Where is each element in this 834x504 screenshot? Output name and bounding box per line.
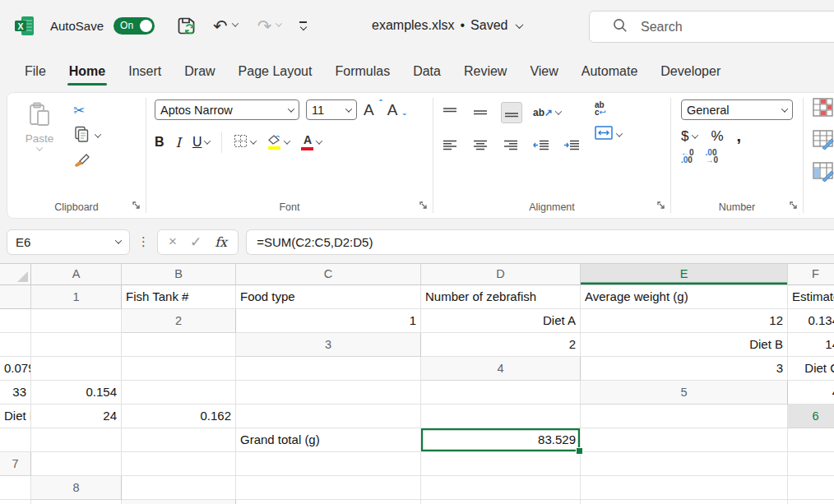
cell-F3[interactable] [122, 357, 236, 381]
italic-button[interactable]: I [176, 135, 181, 150]
bold-button[interactable]: B [155, 135, 164, 150]
cell-styles-icon[interactable] [812, 160, 834, 186]
font-color-button[interactable]: A [301, 134, 322, 150]
decrease-font-size-button[interactable]: Aˇ [387, 101, 405, 119]
tab-data[interactable]: Data [401, 58, 452, 86]
alignment-dialog-launcher-icon[interactable] [656, 201, 665, 212]
underline-button[interactable]: U [192, 135, 211, 150]
tab-home[interactable]: Home [58, 58, 117, 86]
search-box[interactable] [589, 11, 834, 43]
cell-A8[interactable] [122, 476, 236, 500]
formula-input[interactable]: =SUM(C2:C5,D2:D5) [246, 229, 834, 255]
cell-B9[interactable] [421, 500, 581, 504]
percent-style-button[interactable]: % [711, 128, 723, 145]
cell-B1[interactable]: Food type [236, 285, 421, 309]
cell-A9[interactable] [236, 500, 421, 504]
cell-C8[interactable] [421, 476, 581, 500]
cell-C4[interactable]: 33 [0, 381, 31, 405]
cell-C2[interactable]: 12 [581, 309, 788, 333]
column-header-D[interactable]: D [421, 264, 581, 285]
column-header-F[interactable]: F [788, 264, 834, 285]
row-header-4[interactable]: 4 [421, 357, 581, 381]
increase-decimal-button[interactable]: ←0 .00 [681, 149, 694, 164]
cell-D9[interactable] [788, 500, 834, 504]
undo-button[interactable]: ↶ [213, 17, 238, 35]
column-header-B[interactable]: B [122, 264, 236, 285]
conditional-formatting-icon[interactable] [812, 96, 834, 122]
tab-view[interactable]: View [518, 58, 569, 86]
cell-A4[interactable]: 3 [581, 357, 788, 381]
tab-file[interactable]: File [13, 58, 58, 86]
font-size-combobox[interactable]: 11 [306, 99, 357, 120]
tab-formulas[interactable]: Formulas [323, 58, 401, 86]
fill-color-button[interactable] [267, 135, 290, 150]
align-center-button[interactable] [470, 136, 490, 155]
font-name-chevron-icon[interactable] [288, 105, 294, 112]
copy-button[interactable] [73, 127, 100, 145]
cell-D4[interactable]: 0.154 [31, 381, 122, 405]
cell-B3[interactable]: Diet B [581, 333, 788, 357]
align-right-button[interactable] [501, 136, 521, 155]
font-name-combobox[interactable]: Aptos Narrow [155, 99, 299, 120]
cell-D7[interactable] [421, 452, 581, 476]
cell-F2[interactable] [31, 333, 122, 357]
tab-page-layout[interactable]: Page Layout [227, 58, 324, 86]
column-header-C[interactable]: C [236, 264, 421, 285]
cell-D3[interactable]: 0.079 [0, 357, 31, 381]
number-format-chevron-icon[interactable] [781, 105, 788, 112]
row-header-8[interactable]: 8 [31, 476, 122, 500]
cell-C7[interactable] [236, 452, 421, 476]
cell-C6[interactable] [122, 428, 236, 452]
borders-chevron-icon[interactable] [250, 137, 257, 144]
cell-D5[interactable]: 0.162 [122, 405, 236, 428]
comma-style-button[interactable]: , [737, 127, 742, 146]
cell-A7[interactable] [31, 452, 122, 476]
increase-font-size-button[interactable]: Aˆ [364, 101, 381, 119]
cell-B8[interactable] [236, 476, 421, 500]
cell-A5[interactable]: 4 [788, 381, 834, 405]
tab-review[interactable]: Review [452, 58, 518, 86]
tab-draw[interactable]: Draw [173, 58, 226, 86]
document-title[interactable]: examples.xlsx • Saved [372, 0, 522, 51]
row-header-6[interactable]: 6 [788, 405, 834, 428]
row-header-2[interactable]: 2 [122, 309, 236, 333]
cell-E2[interactable] [0, 333, 31, 357]
cell-B4[interactable]: Diet C [788, 357, 834, 381]
decrease-decimal-button[interactable]: .00 →0 [706, 149, 719, 164]
cell-E1[interactable]: Estimated total weight (g) [788, 285, 834, 309]
clipboard-dialog-launcher-icon[interactable] [132, 201, 141, 212]
column-header-A[interactable]: A [31, 264, 122, 285]
cell-F6[interactable] [581, 428, 788, 452]
customize-quick-access-toolbar-button[interactable] [299, 21, 307, 30]
name-box-chevron-icon[interactable] [115, 237, 122, 243]
cell-E6[interactable]: 83.529 [421, 428, 581, 452]
wrap-text-button[interactable]: ab c↩ [595, 101, 622, 116]
middle-align-button[interactable] [470, 103, 490, 123]
underline-chevron-icon[interactable] [204, 137, 211, 144]
cell-D1[interactable]: Average weight (g) [581, 285, 788, 309]
font-size-chevron-icon[interactable] [345, 105, 352, 112]
cell-E5[interactable] [236, 405, 421, 428]
fill-handle[interactable] [576, 447, 583, 455]
orientation-chevron-icon[interactable] [555, 108, 562, 114]
formula-bar-overflow-icon[interactable]: ⋮ [137, 234, 150, 249]
cell-A2[interactable]: 1 [236, 309, 421, 333]
cell-A1[interactable]: Fish Tank # [122, 285, 236, 309]
accounting-format-button[interactable]: $ [681, 128, 697, 145]
cell-F7[interactable] [788, 452, 834, 476]
cell-F1[interactable] [0, 309, 31, 333]
font-color-chevron-icon[interactable] [316, 137, 322, 144]
increase-indent-button[interactable] [562, 136, 581, 155]
cell-E4[interactable] [122, 381, 236, 405]
cell-C9[interactable] [581, 500, 788, 504]
number-format-combobox[interactable]: General [681, 99, 793, 120]
top-align-button[interactable] [440, 103, 460, 123]
tab-insert[interactable]: Insert [117, 58, 173, 86]
decrease-indent-button[interactable] [531, 136, 551, 155]
cut-button[interactable]: ✂ [73, 101, 100, 119]
tab-automate[interactable]: Automate [570, 58, 649, 86]
row-header-3[interactable]: 3 [236, 333, 421, 357]
row-header-1[interactable]: 1 [31, 285, 122, 309]
fill-color-chevron-icon[interactable] [284, 137, 290, 144]
copy-dropdown-chevron-icon[interactable] [95, 131, 101, 137]
